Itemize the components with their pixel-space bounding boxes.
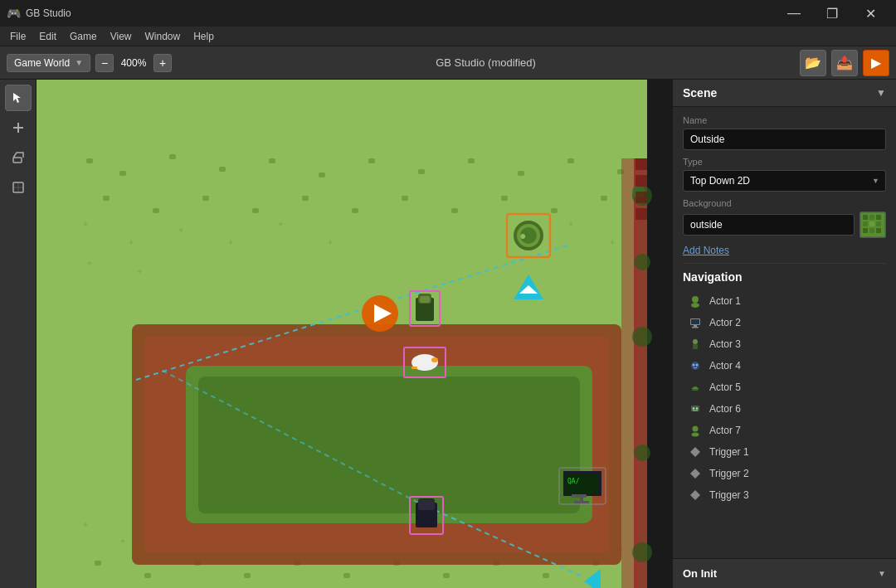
actor4-icon [688, 358, 703, 373]
svg-point-93 [632, 327, 652, 347]
add-tool[interactable] [5, 114, 32, 141]
nav-item-trigger3[interactable]: Trigger 3 [683, 484, 886, 506]
titlebar: 🎮 GB Studio — ❐ ✕ [0, 0, 896, 27]
menubar: File Edit Game View Window Help [0, 27, 896, 46]
svg-marker-129 [690, 469, 700, 479]
trigger3-icon [688, 488, 703, 503]
close-button[interactable]: ✕ [851, 0, 889, 27]
svg-rect-19 [302, 196, 309, 201]
menu-game[interactable]: Game [63, 29, 104, 44]
nav-item-trigger2[interactable]: Trigger 2 [683, 463, 886, 484]
actor5-label: Actor 5 [709, 381, 741, 393]
svg-point-118 [693, 339, 698, 344]
actor1-icon [688, 294, 703, 309]
menu-window[interactable]: Window [139, 29, 187, 44]
actor6-icon [688, 401, 703, 416]
on-init-label: On Init [683, 567, 717, 580]
scene-selector[interactable]: Game World ▼ [7, 54, 90, 72]
type-field-select[interactable]: Top Down 2D Platformer Adventure [683, 170, 886, 192]
actor7-icon [688, 423, 703, 438]
window-controls: — ❐ ✕ [775, 0, 889, 27]
svg-text:✦: ✦ [609, 238, 616, 247]
svg-rect-108 [876, 221, 881, 226]
box-tool[interactable] [5, 174, 32, 201]
left-toolbar [0, 80, 37, 588]
svg-rect-7 [269, 158, 275, 163]
svg-rect-52 [621, 158, 638, 588]
svg-text:✦: ✦ [136, 267, 143, 276]
main-area: ✦ ✦ ✦ ✦ ✦ ✦ ✦ ✦ ✦ ✦ ✦ ✦ ✦ ✦ [0, 80, 896, 588]
nav-item-actor3[interactable]: Actor 3 [683, 333, 886, 355]
scene-selector-arrow: ▼ [75, 58, 83, 67]
nav-item-actor7[interactable]: Actor 7 [683, 420, 886, 441]
open-folder-button[interactable]: 📂 [800, 50, 826, 76]
svg-text:✦: ✦ [277, 220, 284, 229]
svg-rect-71 [420, 296, 430, 303]
zoom-out-button[interactable]: − [95, 54, 114, 72]
restore-button[interactable]: ❐ [813, 0, 851, 27]
svg-rect-110 [869, 228, 874, 233]
toolbar: Game World ▼ − 400% + GB Studio (modifie… [0, 46, 896, 80]
svg-rect-10 [418, 169, 425, 174]
svg-rect-103 [863, 215, 868, 220]
select-tool[interactable] [5, 85, 32, 111]
nav-item-trigger1[interactable]: Trigger 1 [683, 441, 886, 463]
svg-point-77 [431, 357, 438, 362]
minimize-button[interactable]: — [775, 0, 813, 27]
bg-field-input[interactable] [683, 214, 855, 236]
svg-rect-15 [103, 196, 110, 201]
svg-rect-115 [691, 319, 699, 324]
svg-marker-128 [690, 447, 700, 457]
svg-point-127 [692, 433, 699, 437]
svg-rect-31 [343, 573, 350, 578]
trigger3-label: Trigger 3 [709, 489, 749, 501]
bg-field-label: Background [683, 198, 886, 208]
nav-item-actor5[interactable]: Actor 5 [683, 377, 886, 398]
svg-rect-111 [876, 228, 881, 233]
erase-tool[interactable] [5, 144, 32, 171]
svg-point-122 [696, 364, 699, 367]
zoom-controls: − 400% + [95, 54, 172, 72]
export-button[interactable]: 📤 [831, 50, 858, 76]
svg-text:●: ● [519, 229, 526, 242]
svg-text:✦: ✦ [227, 238, 234, 247]
app-title: GB Studio [26, 7, 775, 19]
svg-rect-33 [443, 573, 450, 578]
bg-thumbnail [859, 211, 886, 238]
nav-item-actor6[interactable]: Actor 6 [683, 398, 886, 420]
game-canvas-area[interactable]: ✦ ✦ ✦ ✦ ✦ ✦ ✦ ✦ ✦ ✦ ✦ ✦ ✦ ✦ [37, 80, 672, 588]
svg-rect-109 [863, 228, 868, 233]
scene-panel-collapse-icon[interactable]: ▼ [876, 87, 886, 99]
menu-view[interactable]: View [104, 29, 139, 44]
actor4-label: Actor 4 [709, 360, 741, 372]
svg-point-112 [692, 296, 699, 303]
trigger1-icon [688, 445, 703, 459]
svg-rect-0 [13, 158, 22, 163]
nav-item-actor4[interactable]: Actor 4 [683, 355, 886, 377]
nav-item-actor1[interactable]: Actor 1 [683, 290, 886, 312]
zoom-in-button[interactable]: + [153, 54, 172, 72]
svg-rect-18 [252, 208, 259, 213]
menu-edit[interactable]: Edit [32, 29, 63, 44]
toolbar-title: GB Studio (modified) [177, 56, 795, 69]
name-field-input[interactable] [683, 129, 886, 150]
svg-rect-21 [402, 196, 408, 201]
play-button[interactable]: ▶ [863, 50, 889, 76]
svg-text:✦: ✦ [119, 537, 126, 546]
trigger1-label: Trigger 1 [709, 446, 749, 458]
add-notes-link[interactable]: Add Notes [683, 245, 886, 256]
nav-item-actor2[interactable]: Actor 2 [683, 312, 886, 333]
menu-help[interactable]: Help [187, 29, 221, 44]
svg-rect-35 [543, 573, 549, 578]
svg-rect-26 [95, 561, 101, 566]
svg-marker-130 [690, 490, 700, 500]
on-init-bar[interactable]: On Init ▼ [673, 558, 896, 588]
actor6-label: Actor 6 [709, 403, 741, 415]
scene-panel-content: Name Type Top Down 2D Platformer Adventu… [673, 107, 896, 558]
menu-file[interactable]: File [3, 29, 32, 44]
scene-selector-label: Game World [14, 57, 70, 69]
svg-point-126 [693, 426, 699, 432]
svg-rect-57 [198, 377, 580, 513]
on-init-expand-icon[interactable]: ▼ [878, 569, 886, 578]
svg-point-124 [693, 407, 694, 409]
